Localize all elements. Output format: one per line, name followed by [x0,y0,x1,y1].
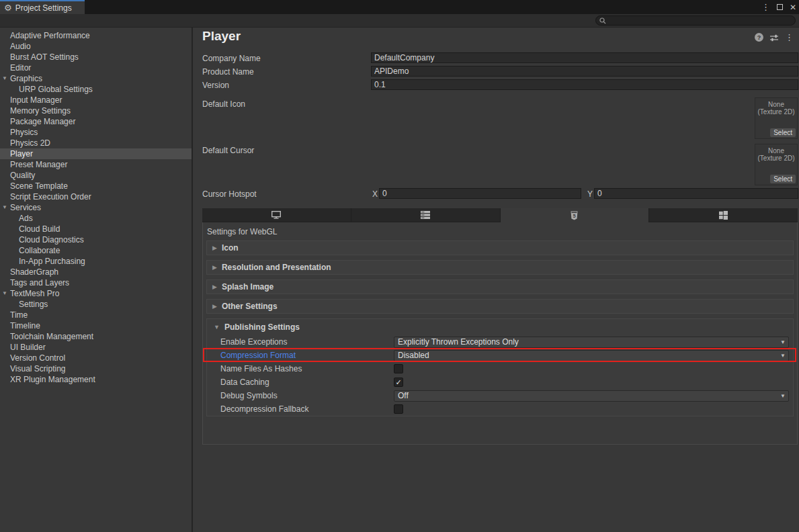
sidebar-item-graphics[interactable]: ▼Graphics [0,73,192,84]
sidebar-item-ads[interactable]: Ads [0,213,192,224]
product-name-input[interactable] [371,66,798,77]
decompression-fallback-checkbox[interactable] [394,404,403,414]
sidebar-item-preset-manager[interactable]: Preset Manager [0,159,192,170]
default-cursor-texture-well[interactable]: None (Texture 2D) Select [755,144,798,185]
sidebar-item-shadergraph[interactable]: ShaderGraph [0,267,192,277]
publishing-settings-section: ▼ Publishing Settings Enable ExceptionsE… [206,318,794,416]
compression-format-dropdown[interactable]: Disabled▼ [394,350,789,361]
select-button[interactable]: Select [770,128,796,137]
sidebar-item-timeline[interactable]: Timeline [0,320,192,331]
sidebar-item-scene-template[interactable]: Scene Template [0,181,192,191]
dropdown-arrow-icon: ▼ [780,339,786,345]
sidebar-item-toolchain-management[interactable]: Toolchain Management [0,331,192,342]
section-icon[interactable]: ▶Icon [206,240,794,255]
window-menu-icon[interactable]: ⋮ [761,3,770,11]
name-files-as-hashes-checkbox[interactable] [394,364,403,373]
setting-row-decompression-fallback: Decompression Fallback [207,402,793,416]
sidebar-item-cloud-build[interactable]: Cloud Build [0,224,192,234]
presets-icon[interactable] [769,34,779,42]
sidebar-item-collaborate[interactable]: Collaborate [0,245,192,256]
gear-icon: ⚙ [4,3,12,12]
sidebar-item-time[interactable]: Time [0,310,192,320]
sidebar-item-physics-2d[interactable]: Physics 2D [0,138,192,148]
sidebar-item-services[interactable]: ▼Services [0,202,192,213]
maximize-icon[interactable] [777,4,783,10]
texture-type-text: (Texture 2D) [755,108,797,116]
sidebar-item-settings[interactable]: Settings [0,299,192,310]
sidebar-item-input-manager[interactable]: Input Manager [0,95,192,105]
close-icon[interactable]: ✕ [790,3,796,11]
sidebar-item-label: UI Builder [10,343,46,352]
platform-tab-desktop[interactable] [202,208,351,222]
search-box[interactable] [595,15,796,26]
section-splash-image[interactable]: ▶Splash Image [206,279,794,294]
settings-sidebar: Adaptive PerformanceAudioBurst AOT Setti… [0,28,193,532]
settings-for-webgl-label: Settings for WebGL [207,227,278,236]
setting-row-name-files-as-hashes: Name Files As Hashes [207,362,793,375]
texture-type-text: (Texture 2D) [755,154,797,162]
enable-exceptions-dropdown[interactable]: Explicitly Thrown Exceptions Only▼ [394,337,789,348]
sidebar-item-urp-global-settings[interactable]: URP Global Settings [0,84,192,95]
sidebar-item-burst-aot-settings[interactable]: Burst AOT Settings [0,52,192,62]
sidebar-item-memory-settings[interactable]: Memory Settings [0,105,192,116]
sidebar-item-package-manager[interactable]: Package Manager [0,116,192,127]
sidebar-item-version-control[interactable]: Version Control [0,353,192,363]
sidebar-item-adaptive-performance[interactable]: Adaptive Performance [0,30,192,41]
publishing-settings-header[interactable]: ▼ Publishing Settings [207,319,793,335]
sidebar-item-label: Input Manager [10,95,62,105]
company-name-input[interactable] [371,52,798,63]
monitor-icon [271,210,282,220]
default-icon-texture-well[interactable]: None (Texture 2D) Select [755,97,798,139]
hotspot-x-input[interactable] [379,188,581,199]
sidebar-item-textmesh-pro[interactable]: ▼TextMesh Pro [0,288,192,299]
sidebar-item-xr-plugin-management[interactable]: XR Plugin Management [0,374,192,385]
platform-tab-dedicated-server[interactable] [351,208,501,222]
sidebar-item-script-execution-order[interactable]: Script Execution Order [0,191,192,202]
hotspot-y-input[interactable] [594,188,798,199]
sidebar-item-label: Preset Manager [10,160,67,169]
sidebar-item-label: Timeline [10,321,40,330]
sidebar-item-label: Cloud Build [19,224,60,234]
sidebar-item-label: ShaderGraph [10,267,58,277]
window-titlebar: ⚙ Project Settings ⋮ ✕ [0,0,799,14]
foldout-expanded-icon[interactable]: ▼ [2,73,7,84]
sidebar-item-label: Package Manager [10,117,75,126]
search-input[interactable] [609,16,795,25]
foldout-expanded-icon[interactable]: ▼ [2,202,7,213]
hotspot-y-label: Y [587,189,593,199]
sidebar-item-label: Editor [10,63,31,73]
foldout-expanded-icon[interactable]: ▼ [2,288,7,299]
sidebar-item-tags-and-layers[interactable]: Tags and Layers [0,277,192,288]
data-caching-checkbox[interactable]: ✓ [394,378,403,387]
version-input[interactable] [371,79,798,90]
sidebar-item-label: URP Global Settings [19,85,93,94]
server-icon [421,211,430,219]
company-name-label: Company Name [202,54,261,63]
sidebar-item-editor[interactable]: Editor [0,62,192,73]
sidebar-item-label: Quality [10,171,35,180]
section-label: Other Settings [222,302,278,311]
sidebar-item-label: Services [10,203,41,212]
sidebar-item-audio[interactable]: Audio [0,41,192,52]
sidebar-item-player[interactable]: Player [0,148,192,159]
sidebar-item-quality[interactable]: Quality [0,170,192,181]
setting-label: Enable Exceptions [220,337,394,347]
section-other-settings[interactable]: ▶Other Settings [206,299,794,314]
setting-row-data-caching: Data Caching✓ [207,375,793,389]
sidebar-item-cloud-diagnostics[interactable]: Cloud Diagnostics [0,234,192,245]
sidebar-item-physics[interactable]: Physics [0,127,192,138]
sidebar-item-ui-builder[interactable]: UI Builder [0,342,192,353]
platform-tab-bar: 5 [202,208,798,222]
platform-tab-webgl[interactable]: 5 [501,208,650,222]
select-button[interactable]: Select [770,175,796,183]
debug-symbols-dropdown[interactable]: Off▼ [394,390,789,402]
sidebar-item-in-app-purchasing[interactable]: In-App Purchasing [0,256,192,267]
sidebar-item-label: Physics 2D [10,138,50,148]
project-settings-tab[interactable]: ⚙ Project Settings [0,0,85,14]
foldout-collapsed-icon: ▶ [212,303,217,310]
sidebar-item-visual-scripting[interactable]: Visual Scripting [0,363,192,374]
section-resolution-and-presentation[interactable]: ▶Resolution and Presentation [206,260,794,275]
more-options-icon[interactable]: ⋮ [785,33,794,42]
help-icon[interactable]: ? [755,33,763,42]
platform-tab-windows-store[interactable] [649,208,798,222]
